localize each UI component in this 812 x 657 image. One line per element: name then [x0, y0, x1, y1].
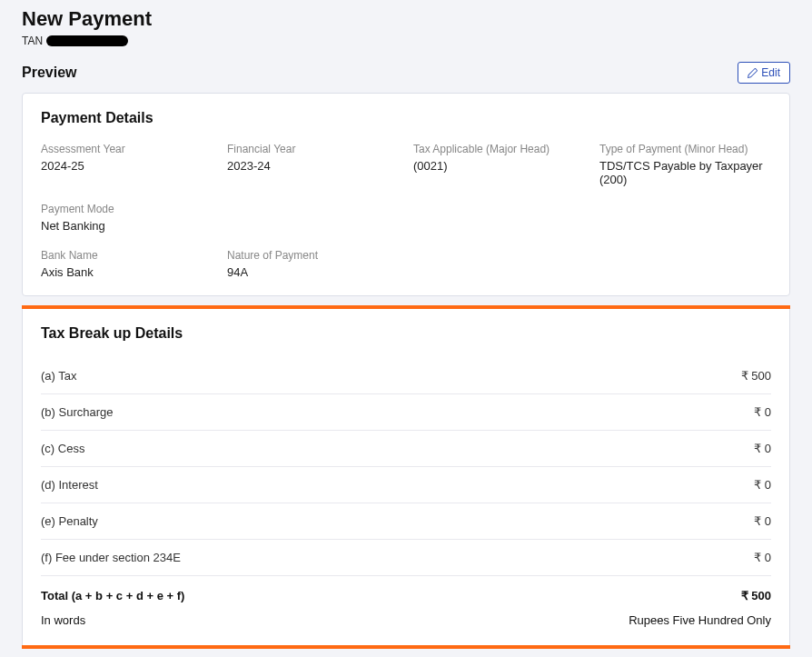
field-label: Type of Payment (Minor Head) [599, 143, 771, 155]
field-financial-year: Financial Year 2023-24 [227, 143, 399, 186]
breakup-value: ₹ 0 [754, 442, 771, 455]
breakup-row-tax: (a) Tax ₹ 500 [41, 358, 771, 394]
breakup-row-interest: (d) Interest ₹ 0 [41, 467, 771, 503]
tan-line: TAN [22, 35, 790, 47]
field-value: TDS/TCS Payable by Taxpayer (200) [599, 159, 771, 186]
breakup-label: (e) Penalty [41, 514, 98, 528]
payment-details-card: Payment Details Assessment Year 2024-25 … [22, 93, 790, 296]
breakup-label: (d) Interest [41, 478, 98, 492]
field-bank-name: Bank Name Axis Bank [41, 249, 213, 279]
payment-details-title: Payment Details [41, 110, 771, 126]
breakup-value: ₹ 0 [754, 405, 771, 419]
field-label: Assessment Year [41, 143, 213, 155]
breakup-value: ₹ 0 [754, 514, 771, 528]
breakup-row-penalty: (e) Penalty ₹ 0 [41, 503, 771, 540]
words-value: Rupees Five Hundred Only [629, 613, 771, 627]
field-label: Nature of Payment [227, 249, 399, 262]
breakup-value: ₹ 0 [754, 478, 771, 492]
total-value: ₹ 500 [741, 589, 771, 602]
field-value: (0021) [413, 159, 585, 173]
breakup-label: (c) Cess [41, 442, 84, 455]
breakup-words-row: In words Rupees Five Hundred Only [41, 608, 771, 629]
preview-label: Preview [22, 65, 76, 81]
total-label: Total (a + b + c + d + e + f) [41, 589, 184, 602]
tax-breakup-title: Tax Break up Details [41, 325, 771, 342]
field-nature-of-payment: Nature of Payment 94A [227, 249, 399, 279]
field-type-of-payment: Type of Payment (Minor Head) TDS/TCS Pay… [599, 143, 771, 186]
breakup-row-cess: (c) Cess ₹ 0 [41, 431, 771, 467]
breakup-row-surcharge: (b) Surcharge ₹ 0 [41, 394, 771, 431]
field-value: 94A [227, 265, 399, 279]
tax-breakup-highlight: Tax Break up Details (a) Tax ₹ 500 (b) S… [22, 305, 790, 649]
tax-breakup-card: Tax Break up Details (a) Tax ₹ 500 (b) S… [22, 309, 790, 645]
breakup-label: (b) Surcharge [41, 405, 113, 419]
field-label: Bank Name [41, 249, 213, 262]
breakup-value: ₹ 500 [741, 369, 771, 383]
page-title: New Payment [22, 7, 790, 31]
breakup-row-fee-234e: (f) Fee under section 234E ₹ 0 [41, 540, 771, 576]
field-value: Axis Bank [41, 265, 213, 279]
words-label: In words [41, 613, 85, 627]
breakup-total-row: Total (a + b + c + d + e + f) ₹ 500 [41, 576, 771, 608]
field-value: 2023-24 [227, 159, 399, 173]
field-value: 2024-25 [41, 159, 213, 173]
field-label: Payment Mode [41, 203, 213, 215]
breakup-label: (a) Tax [41, 369, 77, 383]
edit-button-label: Edit [761, 66, 780, 79]
breakup-label: (f) Fee under section 234E [41, 551, 181, 564]
breakup-value: ₹ 0 [754, 551, 771, 564]
field-payment-mode: Payment Mode Net Banking [41, 203, 213, 233]
field-label: Tax Applicable (Major Head) [413, 143, 585, 155]
field-tax-applicable: Tax Applicable (Major Head) (0021) [413, 143, 585, 186]
field-label: Financial Year [227, 143, 399, 155]
edit-button[interactable]: Edit [738, 62, 790, 84]
pencil-icon [748, 68, 758, 78]
field-value: Net Banking [41, 219, 213, 233]
tan-label: TAN [22, 35, 43, 47]
field-assessment-year: Assessment Year 2024-25 [41, 143, 213, 186]
tan-redacted [46, 35, 128, 46]
